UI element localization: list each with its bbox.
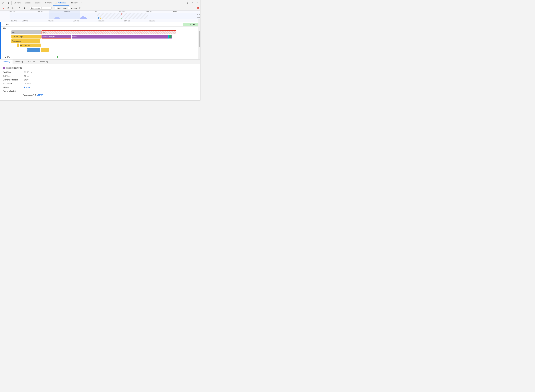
- close-button[interactable]: ✕: [195, 1, 200, 5]
- elements-affected-label: Elements Affected: [3, 79, 23, 81]
- main-track-content: Task Task Evaluate Script Recalculate St…: [11, 30, 200, 55]
- selection-left-border: [0, 19, 1, 59]
- upload-button[interactable]: [18, 6, 22, 10]
- memory-checkbox-input[interactable]: [68, 7, 70, 9]
- devtools-actions: ⚙ ⋮ ✕: [184, 1, 200, 5]
- pending-for-row: Pending for 14.5 ms: [3, 83, 198, 85]
- svg-rect-0: [2, 2, 2, 2]
- overview-timeline: 500 ms 1000 ms 1500 ms 2000 ms 2500 ms 3…: [0, 10, 200, 19]
- total-time-row: Total Time 55.20 ms: [3, 71, 198, 73]
- setinnerhtml-bar-1[interactable]: [17, 43, 19, 47]
- svg-rect-7: [121, 13, 122, 15]
- gpu-track: ▶ GPU: [0, 55, 200, 59]
- frames-content: 116.7 ms: [11, 22, 200, 26]
- pl-bar[interactable]: P...L: [27, 48, 40, 52]
- summary-title: Recalculate Style: [3, 67, 198, 69]
- svg-rect-1: [7, 2, 8, 4]
- svg-rect-9: [121, 18, 122, 19]
- anonymous-bar[interactable]: (anonymous): [11, 39, 40, 43]
- gpu-pip-1: [27, 56, 27, 58]
- bottom-tab-bar: Summary Bottom-Up Call Tree Event Log: [0, 60, 200, 64]
- bottom-panel: Summary Bottom-Up Call Tree Event Log Re…: [0, 59, 200, 100]
- net-label: NET: [197, 17, 200, 19]
- frame-bar[interactable]: 116.7 ms: [183, 23, 200, 26]
- elements-affected-value: 1520: [24, 79, 28, 81]
- task-bar-1[interactable]: Task: [11, 30, 41, 34]
- tab-performance[interactable]: ⚠ Performance: [53, 0, 69, 6]
- cursor-icons: [1, 1, 12, 5]
- tab-bottom-up[interactable]: Bottom-Up: [13, 60, 26, 64]
- tab-call-tree[interactable]: Call Tree: [26, 60, 38, 64]
- memory-checkbox[interactable]: Memory: [68, 7, 77, 9]
- tab-console[interactable]: Console: [23, 0, 33, 6]
- reveal-link[interactable]: Reveal: [24, 86, 30, 89]
- self-time-row: Self Time 19 μs: [3, 75, 198, 77]
- svg-rect-8: [97, 18, 97, 19]
- url-selector[interactable]: jlwagner.net #1: [30, 7, 52, 9]
- pl-yellow-bar[interactable]: [41, 48, 49, 52]
- gpu-label[interactable]: ▶ GPU: [0, 56, 11, 58]
- initiator-label: Initiator: [3, 86, 23, 89]
- self-time-value: 19 μs: [24, 75, 29, 77]
- initiator-row: Initiator Reveal: [3, 86, 198, 89]
- url-select-input[interactable]: jlwagner.net #1: [30, 7, 52, 9]
- detail-ruler: 1950 ms 2000 ms 2050 ms 2100 ms 2150 ms …: [0, 19, 200, 22]
- layout-bar[interactable]: Layout: [72, 35, 172, 38]
- main-track-header: ▼ Main: [0, 27, 200, 30]
- tab-elements[interactable]: Elements: [12, 0, 23, 6]
- overview-selection[interactable]: [49, 10, 80, 19]
- svg-rect-2: [9, 3, 9, 4]
- first-invalidated-row: First Invalidated (anonymous) @ VM262:1: [3, 90, 198, 96]
- pending-for-value: 14.5 ms: [24, 83, 31, 85]
- main-track: ▼ Main Task Task Evaluate Script: [0, 27, 200, 55]
- evaluate-script-bar[interactable]: Evaluate Script: [11, 35, 41, 38]
- gpu-pip-2: [57, 56, 58, 58]
- recalc-color-swatch: [3, 67, 5, 69]
- cursor-icon[interactable]: [1, 1, 5, 5]
- tab-memory[interactable]: Memory: [69, 0, 80, 6]
- trash-button[interactable]: 🗑: [78, 6, 82, 10]
- overview-ruler: 500 ms 1000 ms 1500 ms 2000 ms 2500 ms 3…: [0, 10, 200, 13]
- download-button[interactable]: [23, 6, 26, 10]
- screenshots-checkbox-input[interactable]: [55, 7, 57, 9]
- reload-record-button[interactable]: ↺: [6, 6, 10, 10]
- tab-network[interactable]: Network: [43, 0, 53, 6]
- task-bar-2-long[interactable]: Task: [42, 30, 176, 34]
- scrollbar-thumb[interactable]: [199, 31, 200, 47]
- elements-affected-row: Elements Affected 1520: [3, 79, 198, 81]
- first-invalidated-value: (anonymous) @ VM262:1: [3, 94, 198, 96]
- performance-toolbar: ● ↺ ⊘ jlwagner.net #1 Screenshots Memory…: [0, 6, 200, 10]
- tab-event-log[interactable]: Event Log: [38, 60, 51, 64]
- more-button[interactable]: ⋮: [190, 1, 195, 5]
- warning-icon: ⚠: [55, 2, 57, 4]
- settings-button[interactable]: ⚙: [185, 1, 190, 5]
- tab-more[interactable]: »: [80, 0, 84, 6]
- cpu-label: CPU: [197, 13, 200, 15]
- setinnerhtml-bar-2[interactable]: set innerHTML: [19, 43, 41, 47]
- svg-rect-6: [97, 13, 97, 15]
- device-icon[interactable]: [6, 1, 10, 5]
- record-button[interactable]: ●: [1, 6, 5, 10]
- first-invalidated-label: First Invalidated: [3, 90, 198, 92]
- devtools-tab-bar: Elements Console Sources Network ⚠ Perfo…: [0, 0, 200, 6]
- main-track-spacer: [0, 30, 11, 55]
- screenshots-checkbox[interactable]: Screenshots: [55, 7, 67, 9]
- gpu-content: [11, 55, 200, 59]
- total-time-value: 55.20 ms: [24, 71, 32, 73]
- frames-row: Frames 116.7 ms: [0, 22, 200, 27]
- self-time-label: Self Time: [3, 75, 23, 77]
- clear-button[interactable]: ⊘: [11, 6, 14, 10]
- pending-for-label: Pending for: [3, 83, 23, 85]
- timeline-scrollbar[interactable]: [198, 19, 200, 59]
- recalculate-style-bar[interactable]: Recalculate Style: [42, 35, 71, 38]
- timeline-detail-area: 1950 ms 2000 ms 2050 ms 2100 ms 2150 ms …: [0, 19, 200, 59]
- main-track-label[interactable]: ▼ Main: [0, 27, 11, 29]
- tab-sources[interactable]: Sources: [33, 0, 43, 6]
- vm262-link[interactable]: VM262:1: [37, 94, 44, 96]
- svg-rect-4: [97, 13, 148, 19]
- frames-label: Frames: [0, 23, 11, 25]
- capture-settings-button[interactable]: ⚙: [197, 7, 199, 9]
- cpu-overview-chart: [9, 13, 200, 19]
- summary-content: Recalculate Style Total Time 55.20 ms Se…: [0, 64, 200, 100]
- tab-summary[interactable]: Summary: [0, 60, 13, 64]
